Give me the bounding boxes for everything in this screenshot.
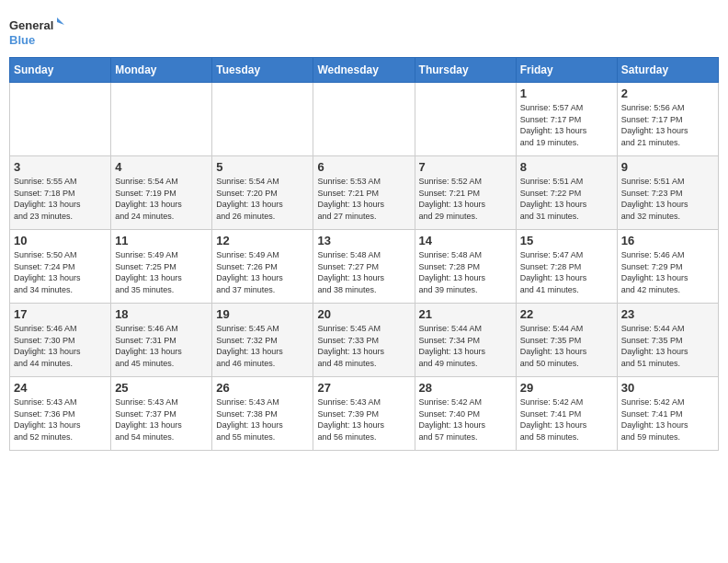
day-info: Sunrise: 5:44 AM Sunset: 7:34 PM Dayligh… — [419, 323, 512, 369]
svg-marker-2 — [57, 17, 64, 25]
day-info: Sunrise: 5:55 AM Sunset: 7:18 PM Dayligh… — [14, 176, 107, 222]
week-row-4: 17Sunrise: 5:46 AM Sunset: 7:30 PM Dayli… — [10, 304, 719, 377]
day-info: Sunrise: 5:45 AM Sunset: 7:33 PM Dayligh… — [317, 323, 410, 369]
day-number: 21 — [419, 307, 512, 321]
calendar-cell — [313, 83, 415, 156]
day-number: 10 — [14, 234, 107, 247]
day-info: Sunrise: 5:42 AM Sunset: 7:41 PM Dayligh… — [520, 396, 613, 442]
calendar-cell: 19Sunrise: 5:45 AM Sunset: 7:32 PM Dayli… — [212, 304, 313, 377]
calendar-cell: 20Sunrise: 5:45 AM Sunset: 7:33 PM Dayli… — [313, 304, 415, 377]
calendar-cell: 15Sunrise: 5:47 AM Sunset: 7:28 PM Dayli… — [516, 230, 617, 304]
day-number: 7 — [419, 160, 512, 174]
calendar-cell: 5Sunrise: 5:54 AM Sunset: 7:20 PM Daylig… — [212, 156, 313, 230]
day-info: Sunrise: 5:44 AM Sunset: 7:35 PM Dayligh… — [520, 323, 613, 369]
day-number: 18 — [115, 307, 208, 321]
day-info: Sunrise: 5:48 AM Sunset: 7:28 PM Dayligh… — [419, 249, 512, 295]
calendar-cell: 10Sunrise: 5:50 AM Sunset: 7:24 PM Dayli… — [10, 230, 111, 304]
day-number: 28 — [419, 381, 512, 395]
day-info: Sunrise: 5:56 AM Sunset: 7:17 PM Dayligh… — [621, 102, 714, 148]
day-number: 13 — [317, 234, 410, 247]
day-number: 17 — [14, 307, 107, 321]
day-info: Sunrise: 5:57 AM Sunset: 7:17 PM Dayligh… — [520, 102, 613, 148]
day-number: 22 — [520, 307, 613, 321]
calendar-table: SundayMondayTuesdayWednesdayThursdayFrid… — [9, 57, 719, 451]
day-number: 16 — [621, 234, 714, 247]
calendar-body: 1Sunrise: 5:57 AM Sunset: 7:17 PM Daylig… — [10, 83, 719, 451]
calendar-cell: 22Sunrise: 5:44 AM Sunset: 7:35 PM Dayli… — [516, 304, 617, 377]
day-info: Sunrise: 5:51 AM Sunset: 7:22 PM Dayligh… — [520, 176, 613, 222]
day-info: Sunrise: 5:54 AM Sunset: 7:20 PM Dayligh… — [216, 176, 309, 222]
day-number: 11 — [115, 234, 208, 247]
day-number: 12 — [216, 234, 309, 247]
calendar-cell — [415, 83, 516, 156]
calendar-cell: 9Sunrise: 5:51 AM Sunset: 7:23 PM Daylig… — [617, 156, 718, 230]
day-number: 2 — [621, 86, 714, 100]
calendar-cell: 6Sunrise: 5:53 AM Sunset: 7:21 PM Daylig… — [313, 156, 415, 230]
day-number: 24 — [14, 381, 107, 395]
day-info: Sunrise: 5:42 AM Sunset: 7:41 PM Dayligh… — [621, 396, 714, 442]
calendar-cell: 12Sunrise: 5:49 AM Sunset: 7:26 PM Dayli… — [212, 230, 313, 304]
day-info: Sunrise: 5:49 AM Sunset: 7:26 PM Dayligh… — [216, 249, 309, 295]
day-number: 25 — [115, 381, 208, 395]
calendar-cell: 21Sunrise: 5:44 AM Sunset: 7:34 PM Dayli… — [415, 304, 516, 377]
week-row-1: 1Sunrise: 5:57 AM Sunset: 7:17 PM Daylig… — [10, 83, 719, 156]
header: General Blue — [9, 9, 719, 50]
svg-text:Blue: Blue — [9, 33, 35, 47]
header-day-saturday: Saturday — [617, 58, 718, 83]
calendar-cell — [10, 83, 111, 156]
calendar-cell: 4Sunrise: 5:54 AM Sunset: 7:19 PM Daylig… — [111, 156, 212, 230]
calendar-cell: 18Sunrise: 5:46 AM Sunset: 7:31 PM Dayli… — [111, 304, 212, 377]
day-number: 20 — [317, 307, 410, 321]
calendar-cell: 2Sunrise: 5:56 AM Sunset: 7:17 PM Daylig… — [617, 83, 718, 156]
day-info: Sunrise: 5:43 AM Sunset: 7:38 PM Dayligh… — [216, 396, 309, 442]
calendar-cell: 17Sunrise: 5:46 AM Sunset: 7:30 PM Dayli… — [10, 304, 111, 377]
day-number: 29 — [520, 381, 613, 395]
calendar-cell: 23Sunrise: 5:44 AM Sunset: 7:35 PM Dayli… — [617, 304, 718, 377]
calendar-cell: 26Sunrise: 5:43 AM Sunset: 7:38 PM Dayli… — [212, 377, 313, 451]
day-info: Sunrise: 5:46 AM Sunset: 7:29 PM Dayligh… — [621, 249, 714, 295]
header-day-friday: Friday — [516, 58, 617, 83]
day-number: 23 — [621, 307, 714, 321]
day-number: 27 — [317, 381, 410, 395]
logo-svg: General Blue — [9, 13, 64, 50]
svg-text:General: General — [9, 18, 53, 32]
day-number: 8 — [520, 160, 613, 174]
calendar-cell: 1Sunrise: 5:57 AM Sunset: 7:17 PM Daylig… — [516, 83, 617, 156]
day-info: Sunrise: 5:52 AM Sunset: 7:21 PM Dayligh… — [419, 176, 512, 222]
header-day-sunday: Sunday — [10, 58, 111, 83]
day-number: 30 — [621, 381, 714, 395]
day-number: 9 — [621, 160, 714, 174]
day-info: Sunrise: 5:47 AM Sunset: 7:28 PM Dayligh… — [520, 249, 613, 295]
calendar-cell: 29Sunrise: 5:42 AM Sunset: 7:41 PM Dayli… — [516, 377, 617, 451]
day-info: Sunrise: 5:43 AM Sunset: 7:36 PM Dayligh… — [14, 396, 107, 442]
day-info: Sunrise: 5:42 AM Sunset: 7:40 PM Dayligh… — [419, 396, 512, 442]
logo: General Blue — [9, 13, 64, 50]
header-day-thursday: Thursday — [415, 58, 516, 83]
day-number: 19 — [216, 307, 309, 321]
day-number: 6 — [317, 160, 410, 174]
header-day-tuesday: Tuesday — [212, 58, 313, 83]
calendar-cell: 8Sunrise: 5:51 AM Sunset: 7:22 PM Daylig… — [516, 156, 617, 230]
calendar-cell: 30Sunrise: 5:42 AM Sunset: 7:41 PM Dayli… — [617, 377, 718, 451]
week-row-3: 10Sunrise: 5:50 AM Sunset: 7:24 PM Dayli… — [10, 230, 719, 304]
day-info: Sunrise: 5:44 AM Sunset: 7:35 PM Dayligh… — [621, 323, 714, 369]
calendar-cell: 28Sunrise: 5:42 AM Sunset: 7:40 PM Dayli… — [415, 377, 516, 451]
week-row-2: 3Sunrise: 5:55 AM Sunset: 7:18 PM Daylig… — [10, 156, 719, 230]
day-info: Sunrise: 5:46 AM Sunset: 7:30 PM Dayligh… — [14, 323, 107, 369]
day-number: 1 — [520, 86, 613, 100]
header-row: SundayMondayTuesdayWednesdayThursdayFrid… — [10, 58, 719, 83]
calendar-cell — [212, 83, 313, 156]
day-info: Sunrise: 5:51 AM Sunset: 7:23 PM Dayligh… — [621, 176, 714, 222]
day-info: Sunrise: 5:48 AM Sunset: 7:27 PM Dayligh… — [317, 249, 410, 295]
day-number: 14 — [419, 234, 512, 247]
calendar-cell: 16Sunrise: 5:46 AM Sunset: 7:29 PM Dayli… — [617, 230, 718, 304]
header-day-wednesday: Wednesday — [313, 58, 415, 83]
day-info: Sunrise: 5:54 AM Sunset: 7:19 PM Dayligh… — [115, 176, 208, 222]
calendar-cell: 7Sunrise: 5:52 AM Sunset: 7:21 PM Daylig… — [415, 156, 516, 230]
calendar-cell: 11Sunrise: 5:49 AM Sunset: 7:25 PM Dayli… — [111, 230, 212, 304]
calendar-cell: 24Sunrise: 5:43 AM Sunset: 7:36 PM Dayli… — [10, 377, 111, 451]
day-number: 4 — [115, 160, 208, 174]
calendar-cell — [111, 83, 212, 156]
day-number: 5 — [216, 160, 309, 174]
day-info: Sunrise: 5:46 AM Sunset: 7:31 PM Dayligh… — [115, 323, 208, 369]
